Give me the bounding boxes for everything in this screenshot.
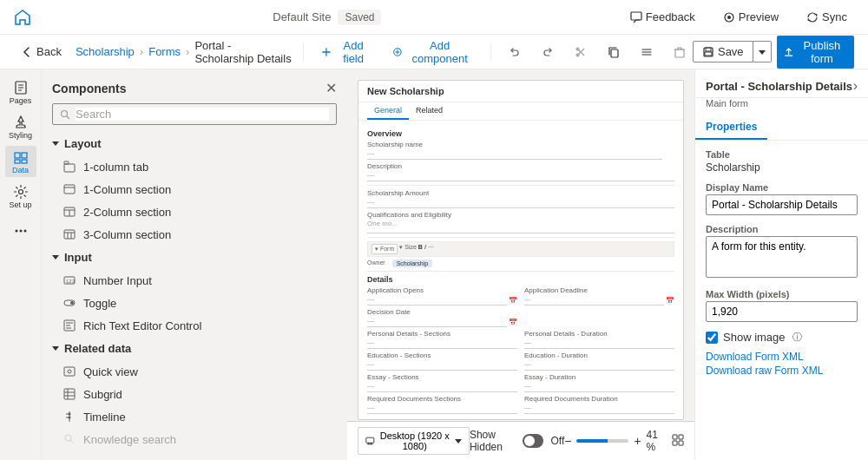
max-width-input[interactable] [706,301,858,322]
breadcrumb-sep2: › [186,45,189,58]
preview-button[interactable]: Preview [716,7,786,27]
related-label: Related data [64,342,131,355]
download-raw-xml-link[interactable]: Download raw Form XML [706,365,858,377]
pages-icon [13,80,29,95]
breadcrumb-forms[interactable]: Forms [148,45,181,58]
timeline-label: Timeline [83,411,126,424]
education-duration-field: Education - Duration — [524,352,674,371]
related-section-header[interactable]: Related data [42,337,347,360]
nav-pages[interactable]: Pages [5,76,36,108]
calendar3-icon: 📅 [509,319,517,326]
right-panel-tabs: Properties [695,115,868,141]
nav-data[interactable]: Data [5,146,36,177]
breadcrumb-scholarship[interactable]: Scholarship [76,45,135,58]
list-item[interactable]: Toggle [42,292,347,314]
cut-button[interactable] [568,43,594,62]
list-item[interactable]: 1-Column section [42,178,347,200]
svg-rect-32 [64,230,75,239]
breadcrumb-bar: Back Scholarship › Forms › Portal - Scho… [0,35,868,69]
scholarship-name-label: Scholarship name [367,141,662,148]
form-tab-related[interactable]: Related [409,102,450,120]
list-item[interactable]: 3-Column section [42,223,347,246]
tab-properties[interactable]: Properties [695,115,767,140]
list-item[interactable]: Quick view [42,360,347,383]
main-layout: Pages Styling Data Set up Components ✕ [0,69,868,460]
zoom-in-button[interactable]: + [634,434,641,448]
delete-icon [674,46,686,58]
copy-button[interactable] [601,43,627,62]
rt-size-select[interactable]: ▾ Size [399,244,417,254]
top-bar: Default Site Saved Feedback Preview Sync [0,0,868,35]
setup-icon [13,184,29,200]
list-item[interactable]: 1-column tab [42,155,347,178]
fit-screen-button[interactable] [672,434,684,449]
form-tab-general[interactable]: General [367,102,409,120]
list-item[interactable]: 2-Column section [42,200,347,223]
footer-left: Desktop (1920 x 1080) [358,427,470,455]
table-value: Scholarship [706,161,858,174]
undo-button[interactable] [502,43,528,62]
save-button[interactable]: Save [693,41,753,62]
essay-duration-val: — [524,382,674,392]
svg-point-21 [15,230,17,233]
rt-italic[interactable]: I [424,244,426,254]
save-dropdown-button[interactable] [753,41,772,62]
feedback-button[interactable]: Feedback [623,7,702,27]
list-item[interactable]: 123 Number Input [42,269,347,292]
show-hidden-toggle[interactable] [523,434,543,448]
search-box [52,103,337,125]
search-input[interactable] [76,108,329,121]
device-selector[interactable]: Desktop (1920 x 1080) [358,427,470,455]
expand-panel-button[interactable]: › [853,78,858,94]
home-icon[interactable] [14,9,31,26]
app-opens-value: — 📅 [367,295,517,306]
zoom-out-button[interactable]: − [564,434,571,448]
show-hidden-label: Show Hidden [470,429,516,453]
add-component-button[interactable]: Add component [385,36,480,69]
1col-tab-label: 1-column tab [83,161,148,174]
breadcrumb-sep1: › [140,45,143,58]
qualifications-label: Qualifications and Eligibility [367,211,674,219]
2col-section-label: 2-Column section [83,206,171,219]
description-textarea[interactable]: A form for this entity. [706,236,858,278]
list-item[interactable]: Subgrid [42,383,347,405]
add-field-button[interactable]: Add field [314,36,378,69]
device-chevron-icon [455,439,462,444]
show-image-checkbox[interactable] [706,332,718,344]
back-button[interactable]: Back [14,42,69,62]
sidebar-combined: Pages Styling Data Set up Components ✕ [0,69,347,460]
layout-section-header[interactable]: Layout [42,132,347,155]
list-item[interactable]: Timeline [42,405,347,428]
redo-button[interactable] [535,43,561,62]
download-xml-link[interactable]: Download Form XML [706,351,858,363]
list-item[interactable]: Rich Text Editor Control [42,314,347,337]
sync-button[interactable]: Sync [799,7,854,27]
rich-text-toolbar: ▾ Form ▾ Size B I ⋯ [367,241,674,257]
more-toolbar-button[interactable] [634,43,660,62]
description-value: — [367,171,674,181]
zoom-slider[interactable] [576,439,628,443]
rt-form-select[interactable]: ▾ Form [372,244,398,254]
input-section-header[interactable]: Input [42,246,347,269]
required-duration-label: Required Documents Duration [524,395,674,403]
nav-setup-label: Set up [9,200,31,209]
delete-button[interactable] [667,43,693,62]
close-panel-button[interactable]: ✕ [326,80,337,96]
amount-value: — [367,198,674,208]
nav-setup[interactable]: Set up [5,181,36,212]
timeline-icon [62,410,76,424]
nav-more[interactable] [5,215,36,246]
sidebar-nav: Pages Styling Data Set up [0,69,42,460]
display-name-input[interactable] [706,194,858,215]
rt-more[interactable]: ⋯ [428,244,434,254]
1col-tab-icon [62,160,76,174]
publish-button[interactable]: Publish form [777,36,854,69]
svg-rect-41 [64,367,75,376]
rt-bold[interactable]: B [418,244,423,254]
add-component-icon [392,46,403,58]
nav-styling[interactable]: Styling [5,111,36,142]
svg-point-50 [65,435,71,441]
device-label: Desktop (1920 x 1080) [378,430,451,451]
right-panel-title: Portal - Scholarship Details [706,80,852,93]
nav-styling-label: Styling [9,131,32,140]
